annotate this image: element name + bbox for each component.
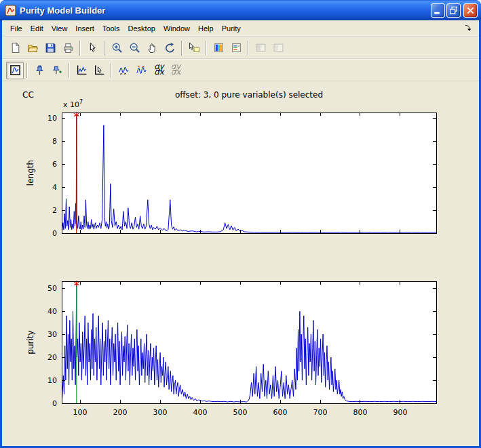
y-tick-label: 40 [47,307,57,316]
toolbar-separator [26,63,28,78]
toolbar-separator [79,41,81,56]
figure-canvas: 0246810lengthx 107offset: 3, 0 pure vari… [2,81,479,446]
menu-item-edit[interactable]: Edit [26,23,47,34]
menu-item-insert[interactable]: Insert [71,23,98,34]
menu-item-window[interactable]: Window [159,23,194,34]
menubar: FileEditViewInsertToolsDesktopWindowHelp… [2,20,479,37]
menu-item-desktop[interactable]: Desktop [124,23,159,34]
show-plot-tools-button [269,39,287,57]
menu-overflow-icon [464,24,473,33]
purity-toolbar: dydxdydx [2,59,479,81]
x-tick-label: 100 [73,408,88,417]
zoom-out-button[interactable] [126,39,143,57]
axes-cursor-button[interactable] [90,62,108,79]
insert-legend-icon [231,42,242,54]
wave-min-button[interactable] [115,62,132,79]
y-tick-label: 8 [52,137,57,146]
menu-item-view[interactable]: View [47,23,72,34]
y-tick-label: 10 [47,114,57,123]
open-folder-icon [27,42,39,54]
wave-min-icon [118,64,130,76]
toolbar-separator [248,41,249,56]
new-document-icon [9,42,21,54]
titlebar[interactable]: Purity Model Builder [0,0,481,20]
corner-label: CC [22,90,34,100]
insert-legend-button[interactable] [227,39,245,57]
minimize-button[interactable] [431,3,445,18]
menu-overflow-arrow[interactable] [464,24,474,33]
y-tick-label: 20 [47,353,57,362]
window-body: FileEditViewInsertToolsDesktopWindowHelp… [2,20,479,446]
data-cursor-button[interactable] [185,39,203,57]
show-plot-tools-icon [273,42,284,54]
new-document-button[interactable] [6,39,24,57]
x-tick-label: 600 [273,408,288,417]
purity-plot[interactable]: 10020030040050060070080090001020304050pu… [2,277,479,445]
edit-pointer-icon [87,42,98,54]
y-tick-label: 0 [52,229,57,238]
y-tick-label: 2 [52,206,57,215]
derivative-button[interactable]: dydx [150,62,168,79]
y-tick-label: 50 [47,284,57,293]
insert-colorbar-icon [213,42,225,54]
y-tick-label: 30 [47,330,57,339]
x-tick-label: 700 [313,408,328,417]
zoom-in-icon [111,42,123,54]
wave-max-button[interactable] [132,62,150,79]
pin-apply-button[interactable] [48,62,66,79]
figure-toolbar [2,37,479,59]
print-button[interactable] [59,39,77,57]
pin-apply-icon [52,64,63,76]
axes-cursor-icon [94,64,105,76]
x-tick-label: 800 [353,408,367,417]
pan-hand-button[interactable] [143,39,161,57]
menu-item-tools[interactable]: Tools [98,23,124,34]
menu-item-purity[interactable]: Purity [218,23,245,34]
edit-pointer-button[interactable] [83,39,101,57]
toolbar-separator [111,63,112,78]
hide-plot-tools-button [252,39,269,57]
close-button[interactable] [463,3,478,18]
toolbar-separator [206,41,207,56]
purity-function-button[interactable] [6,62,24,79]
wave-max-icon [136,64,147,76]
save-icon [45,42,56,54]
minimize-icon [433,5,443,16]
x-tick-label: 500 [233,408,248,417]
print-icon [62,42,74,54]
rotate-3d-button[interactable] [161,39,178,57]
y-tick-label: 10 [47,376,57,385]
app-icon[interactable] [5,5,16,16]
restore-button[interactable] [446,3,461,18]
pin-variable-button[interactable] [31,62,48,79]
svg-text:dx: dx [154,67,165,76]
purity-function-icon [9,64,21,76]
axes-background [62,113,436,233]
toolbar-separator [104,41,105,56]
derivative-apply-button: dydx [168,62,185,79]
app-icon [5,5,16,16]
open-folder-button[interactable] [24,39,41,57]
axes-zigzag-icon [76,64,88,76]
exponent-label: x 107 [63,99,83,109]
app-window: Purity Model Builder FileEditViewInsertT… [0,0,481,448]
menu-item-file[interactable]: File [6,23,26,34]
x-tick-label: 300 [153,408,168,417]
y-tick-label: 4 [52,183,57,192]
length-plot[interactable]: 0246810lengthx 107offset: 3, 0 pure vari… [2,81,479,275]
toolbar-separator [181,41,182,56]
close-icon [465,5,476,16]
zoom-in-button[interactable] [108,39,126,57]
y-tick-label: 6 [52,160,57,169]
hide-plot-tools-icon [255,42,267,54]
pan-hand-icon [147,42,158,54]
zoom-out-icon [129,42,140,54]
x-tick-label: 400 [193,408,208,417]
save-button[interactable] [41,39,59,57]
derivative-icon: dydx [153,64,165,76]
data-cursor-icon [189,42,200,54]
axes-zigzag-button[interactable] [73,62,90,79]
rotate-3d-icon [164,42,176,54]
menu-item-help[interactable]: Help [194,23,218,34]
insert-colorbar-button[interactable] [210,39,227,57]
